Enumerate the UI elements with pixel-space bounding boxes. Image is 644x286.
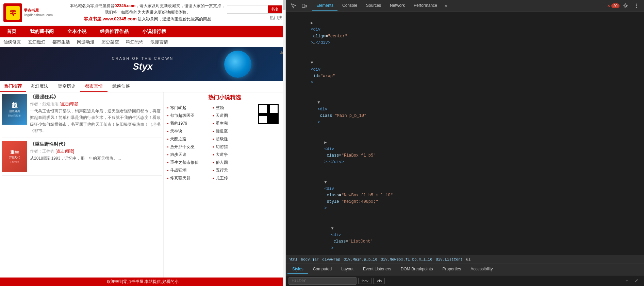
tab-styles[interactable]: Styles: [287, 265, 308, 274]
search-box[interactable]: 书名: [227, 5, 282, 14]
book-author-2: 作者：王梓钧 [点击阅读]: [30, 148, 162, 154]
tab-hot-recommend[interactable]: 热门推荐: [0, 81, 26, 92]
hot-item-1-9[interactable]: ●斗战狂潮: [167, 166, 209, 174]
hot-item-1-3[interactable]: ●我的1979: [167, 120, 209, 127]
nav-home[interactable]: 首页: [0, 26, 23, 37]
tab-computed[interactable]: Computed: [308, 265, 336, 274]
hot-item-2-6[interactable]: ●幻游猎: [213, 143, 255, 151]
html-line-div-flabox[interactable]: ▶ <div class="FlaBox fl b5" >…</div>: [286, 132, 644, 172]
hot-item-1-1[interactable]: ●寒门崛起: [167, 104, 209, 112]
cat-wangyou[interactable]: 网游动漫: [77, 39, 95, 45]
expand-arrow-listcont[interactable]: ▼: [331, 226, 333, 231]
svg-point-5: [636, 7, 637, 8]
hot-item-2-7[interactable]: ●大道争: [213, 151, 255, 159]
cls-button[interactable]: .cls: [373, 278, 385, 284]
nav-classic[interactable]: 经典推荐作品: [93, 26, 135, 37]
hot-item-1-10[interactable]: ●修真聊天群: [167, 174, 209, 182]
main-content: 超 超级狂兵 烈焰滔滔·著 《最强狂兵》 作者：烈焰滔滔 [点击阅读] 一代兵王…: [0, 92, 285, 286]
expand-arrow-main[interactable]: ▼: [317, 100, 320, 105]
tab-wuxia[interactable]: 武侠仙侠: [108, 81, 135, 92]
qr-area: 📤 📱 ▼: [258, 104, 282, 182]
breadcrumb-wrap[interactable]: div#wrap: [322, 257, 340, 262]
hot-item-1-7[interactable]: ●独步天途: [167, 151, 209, 159]
hot-item-1-2[interactable]: ●都市超级医圣: [167, 112, 209, 120]
search-input[interactable]: [227, 5, 268, 13]
device-toggle-icon[interactable]: [299, 1, 309, 11]
cat-kehuan[interactable]: 科幻恐怖: [126, 39, 144, 45]
book-info-1: 《最强狂兵》 作者：烈焰滔滔 [点击阅读] 一代兵王含恨离开部队，销声匿迹几年后…: [30, 94, 162, 134]
book-desc-1: 一代兵王含恨离开部队，销声匿迹几年后，逆天强者强势回归都市，再度掀起血雨腥风！简…: [30, 108, 162, 134]
hot-item-2-3[interactable]: ●重生完: [213, 120, 255, 127]
cat-dushi[interactable]: 都市生活: [52, 39, 70, 45]
tabs-section: 热门推荐 玄幻魔法 架空历史 都市言情 武侠仙侠: [0, 81, 285, 92]
hot-novels: 热门小说精选 ●寒门崛起 ●都市超级医圣 ●我的1979 ●天神诀 ●天醒之路 …: [163, 92, 285, 286]
book-item-1: 超 超级狂兵 烈焰滔滔·著 《最强狂兵》 作者：烈焰滔滔 [点击阅读] 一代兵王…: [2, 94, 162, 138]
breadcrumb-ul[interactable]: ul: [466, 257, 470, 262]
hov-button[interactable]: :hov: [358, 278, 371, 284]
breadcrumb-html[interactable]: html: [288, 257, 297, 262]
html-line-div-newbox[interactable]: ▼ <div class="NewBox fl b5 m_l_10" style…: [286, 173, 644, 219]
filter-input[interactable]: [288, 277, 357, 285]
tab-xuanhuan[interactable]: 玄幻魔法: [26, 81, 53, 92]
tab-properties[interactable]: Properties: [438, 265, 466, 274]
tab-console[interactable]: Console: [338, 1, 361, 11]
tab-jiakong[interactable]: 架空历史: [53, 81, 80, 92]
hot-item-2-8[interactable]: ●俗人回: [213, 159, 255, 166]
hot-item-2-9[interactable]: ●五行天: [213, 166, 255, 174]
hot-item-2-1[interactable]: ●整婚: [213, 104, 255, 112]
hot-item-1-8[interactable]: ●重生之都市修仙: [167, 159, 209, 166]
tab-event-listeners[interactable]: Event Listeners: [358, 265, 396, 274]
tab-layout[interactable]: Layout: [336, 265, 358, 274]
html-line-div-main[interactable]: ▼ <div class="Main p_b_10" >: [286, 93, 644, 132]
expand-arrow-newbox[interactable]: ▼: [324, 180, 327, 185]
nav-library[interactable]: 我的藏书阁: [23, 26, 61, 37]
hot-item-2-10[interactable]: ●龙王传: [213, 174, 255, 182]
inspect-icon[interactable]: [288, 1, 298, 11]
expand-arrow-wrap[interactable]: ▼: [311, 60, 313, 65]
page-scrollbar[interactable]: [283, 0, 285, 286]
tab-elements[interactable]: Elements: [312, 1, 337, 11]
expand-arrow[interactable]: ▶: [311, 21, 313, 25]
tab-network[interactable]: Network: [386, 1, 409, 11]
scroll-thumb[interactable]: [283, 0, 285, 10]
tab-accessibility[interactable]: Accessibility: [466, 265, 497, 274]
breadcrumb-listcont[interactable]: div.ListCont: [436, 257, 463, 262]
tab-sources[interactable]: Sources: [362, 1, 385, 11]
expand-pane-icon[interactable]: ⤢: [632, 276, 641, 286]
nav-complete[interactable]: 全本小说: [61, 26, 93, 37]
html-line-div-listcont[interactable]: ▼ <div class="ListCont" >: [286, 219, 644, 255]
html-line-div-align[interactable]: ▶ <div align="center" >…</div>: [286, 13, 644, 53]
breadcrumb-main[interactable]: div.Main.p_b_10: [344, 257, 377, 262]
more-options-icon[interactable]: [632, 1, 641, 11]
tab-dom-breakpoints[interactable]: DOM Breakpoints: [396, 265, 438, 274]
cat-romance[interactable]: 浪漫言情: [150, 39, 168, 45]
html-line-div-wrap[interactable]: ▼ <div id="wrap" >: [286, 53, 644, 93]
hot-item-1-4[interactable]: ●天神诀: [167, 127, 209, 135]
error-count-badge: 20: [611, 3, 620, 8]
book-title-1[interactable]: 《最强狂兵》: [30, 94, 162, 100]
breadcrumb-body[interactable]: body.jar: [301, 257, 319, 262]
book-title-2[interactable]: 《重生野性时代》: [30, 141, 162, 147]
hot-item-1-5[interactable]: ●天醒之路: [167, 135, 209, 143]
banner-globe: [224, 51, 251, 78]
tab-performance[interactable]: Performance: [410, 1, 441, 11]
expand-arrow-flabox[interactable]: ▶: [324, 140, 327, 145]
breadcrumb-newbox[interactable]: div.NewBox.fl.b5.m_l_10: [381, 257, 432, 262]
hot-item-2-2[interactable]: ●天道图: [213, 112, 255, 120]
cat-xianxia[interactable]: 仙侠修真: [3, 39, 21, 45]
hot-item-2-5[interactable]: ●超级怪: [213, 135, 255, 143]
add-style-rule-icon[interactable]: +: [622, 276, 632, 286]
settings-icon[interactable]: [621, 1, 630, 11]
more-tabs-button[interactable]: »: [442, 1, 450, 11]
banner-subtitle: CRASH OF THE CROWN: [112, 56, 174, 60]
cat-lishi[interactable]: 历史架空: [101, 39, 119, 45]
cat-xuanhuan[interactable]: 玄幻魔幻: [28, 39, 46, 45]
nav-ranking[interactable]: 小说排行榜: [135, 26, 173, 37]
tab-dushi[interactable]: 都市言情: [80, 81, 108, 92]
hot-item-1-6[interactable]: ●放开那个女巫: [167, 143, 209, 151]
search-button[interactable]: 书名: [268, 5, 282, 13]
hot-item-2-4[interactable]: ●儒道至: [213, 127, 255, 135]
logo-image: 零: [3, 3, 22, 22]
error-indicator: ✕ 20: [607, 3, 620, 8]
hot-search-label: 热门搜: [270, 15, 282, 21]
